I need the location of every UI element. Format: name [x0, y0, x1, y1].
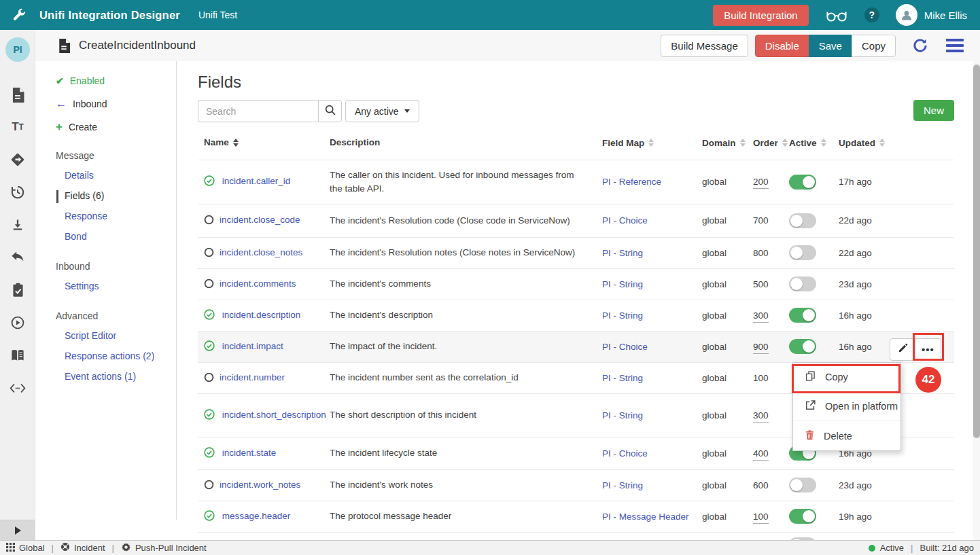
- active-toggle[interactable]: [789, 478, 816, 493]
- tasks-icon[interactable]: [10, 282, 26, 298]
- field-map-link[interactable]: PI - String: [602, 279, 643, 289]
- field-name-link[interactable]: incident.work_notes: [220, 480, 300, 490]
- nav-item-create[interactable]: + Create: [56, 120, 176, 133]
- active-toggle[interactable]: [789, 245, 816, 260]
- save-button[interactable]: Save: [809, 35, 852, 57]
- menu-item-delete[interactable]: Delete: [793, 421, 900, 450]
- active-toggle[interactable]: [789, 308, 816, 323]
- field-name-link[interactable]: incident.comments: [220, 279, 296, 289]
- directions-icon[interactable]: [10, 151, 26, 168]
- field-order-link[interactable]: 300: [753, 310, 769, 323]
- field-map-link[interactable]: PI - Choice: [602, 215, 648, 226]
- domain-breadcrumb[interactable]: Global: [6, 543, 45, 554]
- column-header-active[interactable]: Active: [789, 136, 839, 150]
- column-header-field-map[interactable]: Field Map: [602, 136, 702, 150]
- history-icon[interactable]: [10, 184, 26, 200]
- copy-button[interactable]: Copy: [852, 35, 896, 57]
- menu-icon[interactable]: [946, 39, 964, 52]
- field-map-link[interactable]: PI - Message Header: [602, 512, 689, 522]
- new-field-button[interactable]: New: [913, 100, 954, 121]
- active-toggle[interactable]: [789, 509, 816, 524]
- active-toggle[interactable]: [789, 276, 816, 291]
- nav-item-fields[interactable]: Fields (6): [56, 190, 176, 203]
- reply-icon[interactable]: [10, 249, 26, 266]
- field-name-link[interactable]: incident.short_description: [222, 410, 326, 420]
- nav-item-response[interactable]: Response: [65, 211, 176, 223]
- column-header-name[interactable]: Name: [198, 136, 330, 150]
- search-button[interactable]: [318, 100, 342, 122]
- active-toggle[interactable]: [789, 339, 816, 354]
- field-order-link[interactable]: 100: [753, 373, 769, 383]
- user-menu[interactable]: Mike Ellis: [896, 4, 967, 26]
- field-map-link[interactable]: PI - Choice: [602, 342, 648, 352]
- field-order-link[interactable]: 300: [753, 410, 769, 423]
- preview-goggles-icon[interactable]: [825, 8, 848, 22]
- active-toggle[interactable]: [789, 213, 816, 228]
- document-nav-icon[interactable]: [10, 87, 26, 103]
- field-map-link[interactable]: PI - Reference: [602, 177, 661, 187]
- typography-icon[interactable]: TT: [10, 119, 26, 135]
- field-name-link[interactable]: incident.state: [222, 448, 277, 458]
- field-name-link[interactable]: incident.description: [222, 310, 301, 320]
- scrollbar-thumb[interactable]: [973, 65, 980, 438]
- help-icon[interactable]: ?: [864, 7, 879, 22]
- build-message-button[interactable]: Build Message: [661, 35, 748, 57]
- nav-item-response-actions[interactable]: Response actions (2): [65, 351, 176, 363]
- column-header-updated[interactable]: Updated: [839, 136, 954, 150]
- column-header-order[interactable]: Order: [753, 136, 789, 150]
- menu-item-open-in-platform[interactable]: Open in platform: [793, 392, 900, 421]
- field-order-link[interactable]: 500: [753, 279, 769, 289]
- integration-avatar[interactable]: PI: [5, 37, 30, 62]
- nav-item-bond[interactable]: Bond: [65, 231, 176, 244]
- field-map-link[interactable]: PI - String: [602, 480, 643, 490]
- field-map-link[interactable]: PI - Choice: [602, 448, 648, 459]
- code-icon[interactable]: [10, 380, 26, 396]
- application-breadcrumb[interactable]: Incident: [60, 542, 105, 554]
- active-toggle[interactable]: [789, 175, 816, 190]
- nav-item-details[interactable]: Details: [65, 170, 176, 183]
- field-name-link[interactable]: incident.caller_id: [222, 176, 291, 186]
- nav-item-settings[interactable]: Settings: [65, 281, 176, 293]
- nav-item-enabled[interactable]: ✔ Enabled: [56, 74, 176, 87]
- field-name-link[interactable]: incident.number: [220, 372, 285, 382]
- field-order-link[interactable]: 800: [753, 248, 769, 258]
- order-cell: 700: [753, 215, 789, 226]
- field-description: The incident's work notes: [330, 478, 602, 492]
- nav-item-script-editor[interactable]: Script Editor: [65, 330, 176, 343]
- docs-book-icon[interactable]: [10, 347, 26, 363]
- field-order-link[interactable]: 900: [753, 342, 769, 354]
- refresh-icon[interactable]: [912, 37, 928, 54]
- field-map-link[interactable]: PI - String: [602, 310, 643, 321]
- process-breadcrumb[interactable]: Push-Pull Incident: [121, 542, 207, 554]
- field-name-link[interactable]: incident.close_notes: [220, 247, 302, 257]
- field-order-link[interactable]: 600: [753, 480, 769, 490]
- inactive-status-icon: [204, 279, 215, 289]
- nav-item-inbound[interactable]: ← Inbound: [56, 97, 176, 110]
- field-description: The incident's comments: [330, 277, 602, 291]
- active-filter-dropdown[interactable]: Any active: [345, 100, 419, 122]
- field-map-link[interactable]: PI - String: [602, 248, 643, 258]
- sidebar-nav: ✔ Enabled ← Inbound + Create Message Det…: [35, 61, 177, 520]
- disable-button[interactable]: Disable: [755, 35, 809, 57]
- play-icon[interactable]: [10, 315, 26, 331]
- field-order-link[interactable]: 200: [753, 177, 769, 189]
- field-order-link[interactable]: 400: [753, 448, 769, 461]
- sidebar-expand-button[interactable]: [0, 520, 35, 540]
- field-map-link[interactable]: PI - String: [602, 410, 643, 420]
- field-map-link[interactable]: PI - String: [602, 373, 643, 383]
- nav-item-event-actions[interactable]: Event actions (1): [65, 371, 176, 384]
- toggle-knob: [803, 176, 815, 188]
- field-name-link[interactable]: message.header: [222, 511, 291, 521]
- field-order-link[interactable]: 700: [753, 215, 769, 226]
- search-input[interactable]: [198, 100, 318, 122]
- column-header-domain[interactable]: Domain: [702, 136, 753, 150]
- environment-name[interactable]: Unifi Test: [198, 10, 237, 20]
- field-name-link[interactable]: incident.impact: [222, 341, 283, 351]
- name-cell: incident.impact: [198, 340, 330, 354]
- edit-button[interactable]: [890, 338, 915, 361]
- build-integration-button[interactable]: Build Integration: [713, 5, 808, 26]
- page-title: CreateIncidentInbound: [79, 39, 196, 52]
- download-icon[interactable]: [10, 217, 26, 233]
- field-name-link[interactable]: incident.close_code: [220, 215, 300, 225]
- field-order-link[interactable]: 100: [753, 512, 769, 524]
